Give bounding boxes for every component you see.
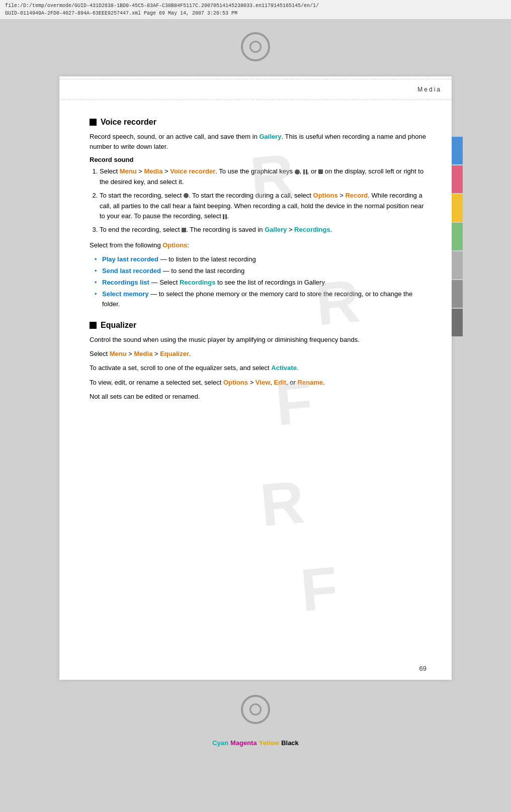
- voice-recorder-intro: Record speech, sound, or an active call,…: [90, 132, 427, 152]
- bottom-nav-area: [0, 690, 511, 737]
- recordings-list-label: Recordings list: [102, 279, 149, 286]
- equalizer-footer: Not all sets can be edited or renamed.: [90, 392, 427, 402]
- icon-square-2: [182, 228, 186, 232]
- bottom-nav-circle: [241, 695, 270, 724]
- media-link-1: Media: [144, 167, 163, 175]
- option-select-memory: Select memory — to select the phone memo…: [95, 289, 427, 310]
- color-tab-gray2: [452, 280, 463, 308]
- top-rule: [59, 79, 452, 79]
- below-header-rule: [59, 100, 452, 100]
- activate-link: Activate: [271, 364, 297, 372]
- record-sound-title: Record sound: [90, 156, 427, 163]
- step-3: To end the recording, select . The recor…: [100, 225, 427, 235]
- voice-recorder-heading: Voice recorder: [101, 118, 156, 127]
- page-number: 69: [419, 665, 427, 672]
- icon-square-1: [318, 169, 323, 174]
- top-nav-circle: [241, 32, 270, 61]
- section-square-icon-2: [90, 322, 97, 329]
- color-tab-gray1: [452, 251, 463, 279]
- recordings-list-dash: — Select: [151, 279, 180, 286]
- options-link-3: Options: [223, 379, 248, 386]
- icon-circle-2: [184, 193, 189, 198]
- equalizer-link: Equalizer: [160, 350, 189, 357]
- record-link-1: Record: [345, 192, 368, 199]
- edit-link: Edit: [274, 379, 286, 386]
- content-inner: Voice recorder Record speech, sound, or …: [59, 103, 452, 421]
- voice-recorder-title: Voice recorder: [90, 118, 427, 127]
- voice-recorder-steps: Select Menu > Media > Voice recorder. To…: [100, 166, 427, 235]
- option-play-last: Play last recorded — to listen to the la…: [95, 254, 427, 265]
- filepath-line2: GUID-0114949A-2FD0-4027-894A-63EEE925744…: [5, 10, 506, 17]
- filepath-line1: file:/D:/temp/overmode/GUID-431D2638-1BD…: [5, 2, 506, 10]
- select-memory-label: Select memory: [102, 290, 149, 298]
- equalizer-activate: To activate a set, scroll to one of the …: [90, 363, 427, 373]
- strip-black: Black: [280, 739, 300, 747]
- play-last-desc: to listen to the latest recording: [168, 255, 256, 263]
- equalizer-title: Equalizer: [90, 321, 427, 330]
- color-tabs: [452, 137, 463, 336]
- equalizer-intro: Control the sound when using the music p…: [90, 335, 427, 345]
- color-tab-gray3: [452, 309, 463, 336]
- recordings-link-2: Recordings: [180, 279, 216, 286]
- color-strip: Cyan Magenta Yellow Black: [59, 737, 452, 749]
- options-link-1: Options: [313, 192, 338, 199]
- icon-pause-2: [223, 214, 227, 219]
- play-last-label: Play last recorded: [102, 255, 158, 263]
- select-memory-dash: —: [150, 290, 159, 298]
- icon-circle-1: [295, 169, 300, 174]
- option-recordings-list: Recordings list — Select Recordings to s…: [95, 278, 427, 288]
- menu-link-1: Menu: [120, 167, 137, 175]
- step-1: Select Menu > Media > Voice recorder. To…: [100, 166, 427, 188]
- menu-link-2: Menu: [110, 350, 127, 357]
- section-square-icon: [90, 119, 97, 126]
- color-tab-green: [452, 223, 463, 250]
- color-tab-yellow: [452, 194, 463, 222]
- send-last-dash: —: [163, 267, 172, 275]
- page-outer: file:/D:/temp/overmode/GUID-431D2638-1BD…: [0, 0, 511, 812]
- media-header-text: Media: [417, 86, 442, 93]
- view-link: View: [256, 379, 270, 386]
- recordings-list-desc: to see the list of recordings in Gallery: [217, 279, 325, 286]
- icon-pause-1: [303, 169, 307, 174]
- watermark-f2: F: [298, 553, 340, 625]
- color-tab-pink: [452, 165, 463, 193]
- strip-magenta: Magenta: [229, 739, 258, 747]
- watermark-r3: R: [258, 467, 307, 539]
- top-nav-area: [0, 20, 511, 66]
- media-header: Media: [59, 82, 452, 97]
- options-link-2: Options: [162, 241, 187, 249]
- gallery-link-2: Gallery: [265, 226, 287, 233]
- strip-yellow: Yellow: [258, 739, 280, 747]
- voice-recorder-link-1: Voice recorder: [170, 167, 215, 175]
- equalizer-nav: Select Menu > Media > Equalizer.: [90, 349, 427, 359]
- gallery-link-intro: Gallery: [259, 133, 281, 140]
- send-last-desc: to send the last recording: [171, 267, 244, 275]
- select-memory-desc: to select the phone memory or the memory…: [102, 290, 412, 308]
- color-tab-blue: [452, 137, 463, 164]
- media-link-2: Media: [134, 350, 153, 357]
- page-content: R R F R F Media Voice recorder: [59, 76, 452, 680]
- step-2: To start the recording, select . To star…: [100, 191, 427, 222]
- options-intro: Select from the following Options:: [90, 240, 427, 250]
- play-last-dash: —: [160, 255, 169, 263]
- strip-cyan: Cyan: [211, 739, 229, 747]
- send-last-label: Send last recorded: [102, 267, 161, 275]
- equalizer-view-edit: To view, edit, or rename a selected set,…: [90, 378, 427, 388]
- recordings-link-1: Recordings: [294, 226, 330, 233]
- rename-link: Rename: [297, 379, 323, 386]
- equalizer-heading: Equalizer: [101, 321, 136, 330]
- filepath-bar: file:/D:/temp/overmode/GUID-431D2638-1BD…: [0, 0, 511, 20]
- option-send-last: Send last recorded — to send the last re…: [95, 266, 427, 277]
- options-list: Play last recorded — to listen to the la…: [95, 254, 427, 310]
